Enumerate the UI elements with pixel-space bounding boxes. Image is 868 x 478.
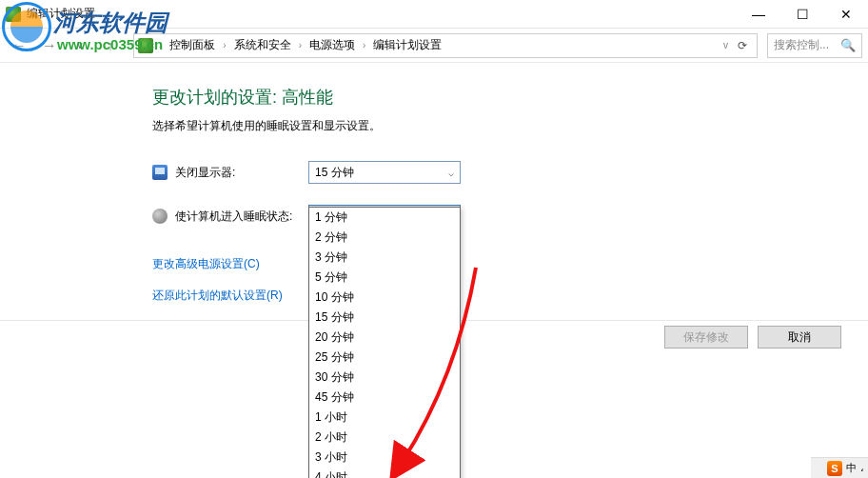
display-off-select[interactable]: 15 分钟 ⌵ (308, 161, 461, 184)
links-section: 更改高级电源设置(C) 还原此计划的默认设置(R) (152, 256, 868, 304)
chevron-down-icon: ⌵ (448, 168, 454, 178)
app-icon (6, 7, 21, 22)
breadcrumb-item-control-panel[interactable]: 控制面板 (166, 35, 219, 55)
nav-up-button[interactable]: ↑ (97, 32, 124, 59)
minimize-button[interactable]: — (737, 0, 780, 29)
dropdown-option[interactable]: 30 分钟 (309, 368, 460, 388)
display-off-label: 关闭显示器: (175, 165, 308, 181)
setting-row-display-off: 关闭显示器: 15 分钟 ⌵ (152, 161, 868, 184)
refresh-button[interactable]: ⟳ (732, 34, 753, 57)
monitor-icon (152, 165, 168, 180)
dropdown-option[interactable]: 3 分钟 (309, 248, 460, 268)
setting-row-sleep: 使计算机进入睡眠状态: 从不 ⌵ (152, 205, 868, 228)
sleep-dropdown-list[interactable]: 1 分钟2 分钟3 分钟5 分钟10 分钟15 分钟20 分钟25 分钟30 分… (308, 207, 461, 478)
moon-icon (152, 209, 168, 224)
breadcrumb-icon (138, 38, 153, 53)
close-button[interactable]: ✕ (824, 0, 868, 29)
breadcrumb-sep-icon: › (157, 40, 164, 50)
dropdown-option[interactable]: 3 小时 (309, 448, 460, 468)
page-title: 更改计划的设置: 高性能 (152, 86, 868, 109)
search-placeholder: 搜索控制... (774, 37, 829, 53)
restore-defaults-link[interactable]: 还原此计划的默认设置(R) (152, 288, 868, 304)
dropdown-option[interactable]: 10 分钟 (309, 288, 460, 308)
nav-back-button[interactable]: ← (6, 32, 32, 59)
breadcrumb-sep-icon: › (361, 40, 367, 50)
breadcrumb-item-edit-plan[interactable]: 编辑计划设置 (369, 35, 445, 55)
advanced-power-settings-link[interactable]: 更改高级电源设置(C) (152, 256, 868, 272)
titlebar: 编辑计划设置 — ☐ ✕ (0, 0, 868, 29)
dropdown-option[interactable]: 25 分钟 (309, 348, 460, 368)
dropdown-option[interactable]: 1 小时 (309, 408, 460, 428)
ime-sep: ، (860, 462, 864, 474)
breadcrumb-sep-icon: › (297, 40, 304, 50)
search-icon: 🔍 (840, 38, 856, 52)
dropdown-option[interactable]: 1 分钟 (309, 208, 460, 228)
breadcrumb[interactable]: › 控制面板 › 系统和安全 › 电源选项 › 编辑计划设置 v ⟳ (133, 33, 758, 58)
display-off-value: 15 分钟 (315, 165, 354, 181)
breadcrumb-sep-icon: › (221, 40, 227, 50)
breadcrumb-item-system-security[interactable]: 系统和安全 (230, 35, 295, 55)
window-title: 编辑计划设置 (27, 6, 95, 22)
dropdown-option[interactable]: 20 分钟 (309, 328, 460, 348)
dropdown-option[interactable]: 2 小时 (309, 428, 460, 448)
window-controls: — ☐ ✕ (737, 0, 868, 29)
tray-app-icon[interactable]: S (827, 461, 842, 476)
sleep-label: 使计算机进入睡眠状态: (175, 209, 308, 225)
breadcrumb-dropdown-icon[interactable]: v (721, 40, 730, 50)
dropdown-option[interactable]: 4 小时 (309, 468, 460, 478)
nav-history-dropdown[interactable]: v (67, 32, 93, 59)
ime-indicator[interactable]: 中 (846, 461, 857, 475)
nav-forward-button[interactable]: → (36, 32, 63, 59)
navbar: ← → v ↑ › 控制面板 › 系统和安全 › 电源选项 › 编辑计划设置 v… (0, 29, 868, 63)
cancel-button[interactable]: 取消 (758, 326, 841, 349)
save-button[interactable]: 保存修改 (664, 326, 748, 349)
search-input[interactable]: 搜索控制... 🔍 (767, 33, 862, 58)
dropdown-option[interactable]: 2 分钟 (309, 228, 460, 248)
dropdown-option[interactable]: 45 分钟 (309, 388, 460, 408)
breadcrumb-item-power-options[interactable]: 电源选项 (306, 35, 359, 55)
maximize-button[interactable]: ☐ (780, 0, 824, 29)
dropdown-option[interactable]: 5 分钟 (309, 268, 460, 288)
taskbar-fragment: S 中 ، (811, 457, 868, 478)
button-row: 保存修改 取消 (664, 326, 841, 349)
dropdown-option[interactable]: 15 分钟 (309, 308, 460, 328)
page-description: 选择希望计算机使用的睡眠设置和显示设置。 (152, 118, 868, 134)
